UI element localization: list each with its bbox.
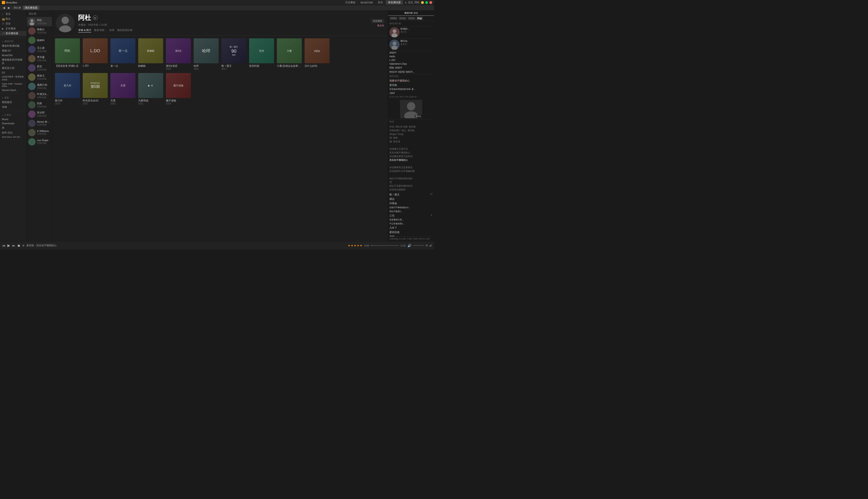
artist-item-13[interactable]: K.Williams 12张专辑 (27, 128, 52, 137)
right-song-andy[interactable]: ANDY (388, 51, 434, 54)
maximize-btn[interactable] (425, 1, 428, 4)
right-song-year[interactable]: 1997 (388, 91, 434, 95)
right-song-adu-andy[interactable]: 阿杜 ANDY (388, 65, 434, 70)
right-song-ldo[interactable]: L.DO (388, 58, 434, 62)
player-progress[interactable] (371, 245, 399, 246)
star-5[interactable]: ★ (360, 244, 362, 247)
right-song-r3[interactable]: 三佗 4. (388, 214, 434, 218)
tab-muaddib[interactable]: MUAD'DIB (358, 1, 375, 4)
sidebar-item-albums[interactable]: 专辑 (0, 105, 27, 110)
tab-similar[interactable]: 相仿的演出者 (117, 28, 132, 33)
album-item-10[interactable]: 那几年 那几年 2019 (55, 73, 80, 105)
stop-btn[interactable]: ⏹ (17, 244, 20, 247)
sidebar-item-music-folder[interactable]: Music (0, 117, 27, 121)
right-song-wang[interactable]: 唯！霸王 47 (388, 193, 434, 197)
tab-test[interactable]: 音在测试器 (386, 0, 403, 4)
album-item-14[interactable]: 藏不该输 藏不该输 2018 (166, 73, 191, 105)
sidebar-item-taylor[interactable]: Taylor Swift - Fearless (Plati... (0, 82, 27, 88)
right-song-jinian[interactable]: 几年了 (388, 226, 434, 230)
right-song-qinqing[interactable]: 亲情 (388, 234, 434, 236)
sidebar-item-muaddib[interactable]: Muad'Dib (0, 53, 27, 57)
album-item-2[interactable]: 差一点 差一点 (110, 38, 135, 70)
artist-item-chenxiaoyun[interactable]: 陈晓云 15张专辑 (27, 26, 52, 36)
filter-2010s[interactable]: 2010s (398, 17, 407, 20)
play-pause-btn[interactable]: ▶ (8, 243, 10, 248)
right-song-album-ref[interactable]: 宋安格80周易色彩专辑: 童... (388, 87, 434, 91)
right-song-huancui[interactable]: 环翠如 (388, 201, 434, 206)
back-btn[interactable]: ◀ (2, 6, 6, 10)
tab-add-btn[interactable]: + (403, 1, 408, 4)
rp-tab-playlist[interactable]: 播放列表: [DJ] (388, 11, 434, 16)
album-item-13[interactable]: ▶ ⏸ 为爱而战 2021 (138, 73, 163, 105)
volume-bar[interactable] (413, 245, 424, 246)
tab-partners[interactable]: 伙伴 (109, 28, 114, 33)
prev-btn[interactable]: ⏮ (2, 244, 5, 247)
sidebar-item-recent[interactable]: 最近加入的 (0, 65, 27, 71)
sidebar-item-downloads[interactable]: Downloads (0, 121, 27, 125)
right-song-aidao[interactable]: 爱持到底 (388, 230, 434, 234)
sidebar-item-library[interactable]: 库 (0, 125, 27, 130)
tab-playing[interactable]: 正在播放 (343, 0, 358, 4)
sidebar-item-top25[interactable]: 播放最多的25首曲目 (0, 57, 27, 65)
shuffle-btn[interactable]: ⇄ (430, 244, 432, 247)
artist-item-adu[interactable]: 阿杜 15张专辑 (27, 17, 52, 26)
star-2[interactable]: ★ (351, 244, 353, 247)
user-label[interactable]: 阿杜 (414, 1, 420, 4)
right-song-heart[interactable]: 我要你不懂我的心 (388, 78, 434, 83)
sidebar-item-playlist-test[interactable]: 播放列表测试版 (0, 44, 27, 48)
sidebar-item-disc[interactable]: 2023 Disc1 16T (E:) (0, 135, 27, 139)
filter-2000s[interactable]: 2000s (389, 17, 397, 20)
right-song-r5[interactable]: 不让告备的想1... (388, 222, 434, 226)
repeat-btn[interactable]: ↻ (426, 244, 428, 247)
sidebar-item-qq[interactable]: QQ音乐歌单：欧英热歌606首 (0, 75, 27, 82)
volume-icon[interactable]: 🔊 (407, 244, 411, 247)
nav-artist-info[interactable]: 演出者信息 (23, 5, 39, 10)
services-header[interactable]: 服务 (0, 95, 27, 100)
artist-item-8[interactable]: 逃跑计划 13张专辑 (27, 82, 52, 91)
right-song-huanbian[interactable]: 缓边 (388, 197, 434, 201)
artist-item-11[interactable]: 宋次郎 13张专辑 (27, 110, 52, 119)
artist-item-3[interactable]: 格林科 (27, 36, 52, 45)
forward-btn[interactable]: ▶ (7, 6, 11, 10)
artist-item-14[interactable]: Leo Rojas 12张专辑 (27, 137, 52, 146)
album-item-9[interactable]: ADo 没什么好怕 (304, 38, 329, 70)
sidebar-item-nowplaying[interactable]: ▶ 正在播放 (0, 26, 27, 31)
artist-item-6[interactable]: 群忠 13张专辑 (27, 63, 52, 73)
computer-header[interactable]: 计算机 (0, 112, 27, 117)
next-btn[interactable]: ⏭ (12, 244, 15, 247)
right-song-tongan[interactable]: 童安格 (388, 83, 434, 87)
sidebar-item-smart-dj[interactable]: 智能 DJ (0, 48, 27, 53)
right-song-r4[interactable]: 你若爱的行里... (388, 218, 434, 222)
album-item-6[interactable]: 唯！霸王 90 周年 唯！霸王 2013 (221, 38, 246, 70)
filter-pop[interactable]: Pop (417, 17, 423, 20)
album-item-3[interactable]: 静躺歌 静躺歌 (138, 38, 163, 70)
sidebar-item-dj[interactable]: DJ (0, 71, 27, 75)
artist-item-12[interactable]: Aimee Black... 12张专辑 (27, 119, 52, 128)
artist-item-9[interactable]: 叶倩文&林子... 13张专辑 (27, 91, 52, 100)
minimize-btn[interactable] (421, 1, 424, 4)
star-1[interactable]: ★ (348, 244, 350, 247)
close-btn[interactable] (430, 1, 432, 4)
sidebar-item-songs[interactable]: 查歌曲目 (0, 100, 27, 105)
tab-albums-stats[interactable]: 专辑 & 统计 (78, 28, 91, 33)
album-item-0[interactable]: 阿杜 【四克音美 环绕5.1】 (55, 38, 80, 70)
playlists-header[interactable]: 播放列表 (0, 39, 27, 44)
album-item-11[interactable]: 时光音乐会 第5期 时光音乐会S2 2022 (83, 73, 108, 105)
filter-2020s[interactable]: 2020s (408, 17, 416, 20)
wave-btn[interactable]: ≋ (22, 244, 24, 247)
artist-item-5[interactable]: 李宗盛 13张专辑 (27, 54, 52, 63)
sidebar-item-radio[interactable]: 📻 电台 (0, 16, 27, 21)
sidebar-item-history[interactable]: ⏱ 历史 (0, 21, 27, 26)
sidebar-item-secret[interactable]: Secret Gard... (0, 88, 27, 92)
right-song-hello[interactable]: Hello (388, 54, 434, 58)
star-3[interactable]: ★ (354, 244, 356, 247)
sidebar-item-music[interactable]: ♪ 音乐 (0, 12, 27, 16)
album-item-1[interactable]: L.DO L.DO (83, 38, 108, 70)
artist-item-7[interactable]: 春姐儿 13张专辑 (27, 73, 52, 82)
right-song-r2[interactable]: 而以不敢想1... (388, 209, 434, 214)
album-item-5[interactable]: 哈哔 哈哔 2001 (194, 38, 219, 70)
sidebar-item-software[interactable]: 软件 (DJ) (0, 130, 27, 135)
album-item-7[interactable]: 坚持 坚持到底 (249, 38, 274, 70)
right-song-valentine[interactable]: Valentine's Day (388, 62, 434, 65)
sidebar-item-musictest[interactable]: 🎵 音乐测试器 (0, 31, 27, 36)
